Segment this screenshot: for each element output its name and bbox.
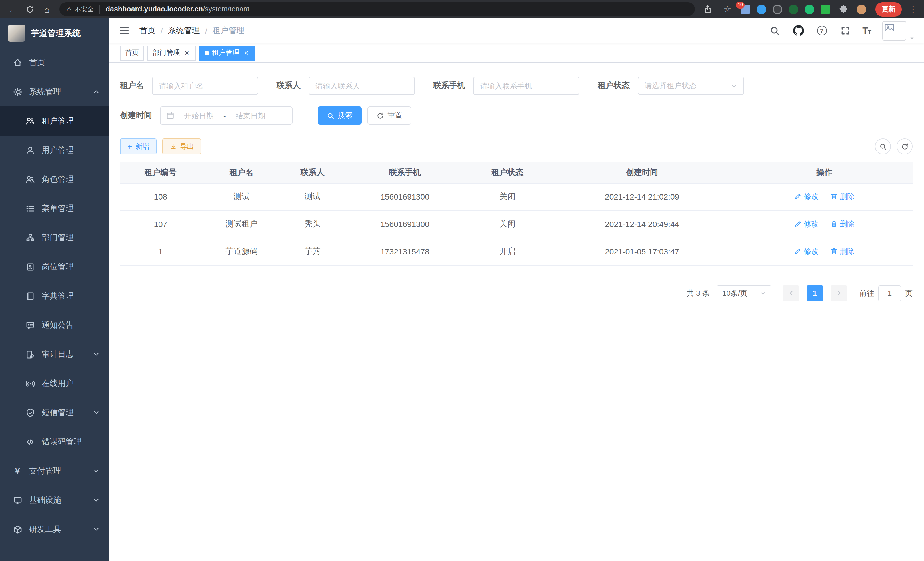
page-size-value: 10条/页 bbox=[722, 288, 747, 298]
share-icon[interactable] bbox=[700, 2, 714, 16]
date-separator: - bbox=[224, 111, 226, 120]
contact-input[interactable] bbox=[309, 77, 415, 95]
tab-home[interactable]: 首页 bbox=[120, 45, 144, 60]
refresh-table-button[interactable] bbox=[897, 138, 913, 154]
cell-phone: 15601691300 bbox=[343, 211, 467, 238]
sidebar-item-error-code[interactable]: 错误码管理 bbox=[0, 427, 109, 456]
extension-icon-2[interactable] bbox=[757, 4, 766, 14]
bookmark-star-icon[interactable]: ☆ bbox=[721, 2, 734, 16]
update-button[interactable]: 更新 bbox=[875, 2, 902, 16]
app-logo[interactable]: 芋道管理系统 bbox=[0, 18, 109, 48]
book-icon bbox=[25, 291, 35, 301]
page-size-select[interactable]: 10条/页 bbox=[717, 285, 771, 301]
prev-page-button[interactable] bbox=[783, 285, 799, 301]
font-size-small-glyph: T bbox=[868, 29, 872, 35]
breadcrumb-item[interactable]: 系统管理 bbox=[168, 26, 200, 36]
users-icon bbox=[25, 116, 35, 126]
next-page-button[interactable] bbox=[831, 285, 847, 301]
tenant-name-input[interactable] bbox=[152, 77, 258, 95]
date-range-picker[interactable]: - bbox=[160, 106, 292, 125]
sidebar-item-dept[interactable]: 部门管理 bbox=[0, 223, 109, 252]
delete-link[interactable]: 删除 bbox=[830, 219, 855, 229]
sidebar-item-devtools[interactable]: 研发工具 bbox=[0, 515, 109, 544]
search-icon[interactable] bbox=[769, 24, 781, 37]
close-icon[interactable]: × bbox=[183, 49, 191, 57]
back-icon[interactable]: ← bbox=[6, 2, 20, 16]
phone-input[interactable] bbox=[473, 77, 579, 95]
home-icon[interactable]: ⌂ bbox=[40, 2, 54, 16]
sidebar-item-system[interactable]: 系统管理 bbox=[0, 77, 109, 106]
sidebar-item-infra[interactable]: 基础设施 bbox=[0, 486, 109, 515]
sidebar-item-tenant[interactable]: 租户管理 bbox=[0, 106, 109, 135]
extension-icon-5[interactable] bbox=[805, 4, 814, 14]
table-row: 108 测试 测试 15601691300 关闭 2021-12-14 21:0… bbox=[120, 183, 913, 211]
extension-icon-1[interactable]: 10 bbox=[741, 4, 750, 14]
search-icon bbox=[879, 143, 886, 150]
status-select[interactable]: 请选择租户状态 bbox=[638, 77, 744, 95]
sidebar-item-audit-log[interactable]: 审计日志 bbox=[0, 340, 109, 369]
add-button[interactable]: + 新增 bbox=[120, 138, 157, 154]
github-icon[interactable] bbox=[792, 24, 805, 37]
close-icon[interactable]: × bbox=[242, 49, 250, 57]
extension-icon-4[interactable] bbox=[789, 4, 798, 14]
extension-icon-6[interactable] bbox=[820, 4, 830, 14]
sidebar-item-label: 短信管理 bbox=[42, 408, 74, 418]
sidebar-item-label: 租户管理 bbox=[42, 116, 74, 126]
toggle-search-button[interactable] bbox=[875, 138, 891, 154]
security-warning[interactable]: ⚠ 不安全 bbox=[66, 5, 100, 14]
refresh-icon[interactable] bbox=[23, 2, 37, 16]
column-header: 租户名 bbox=[201, 162, 282, 183]
caret-down-icon bbox=[909, 35, 915, 40]
tab-tenant[interactable]: 租户管理 × bbox=[200, 45, 255, 60]
delete-link[interactable]: 删除 bbox=[830, 192, 855, 202]
font-size-icon[interactable]: TT bbox=[862, 26, 872, 35]
breadcrumb-item[interactable]: 首页 bbox=[140, 26, 155, 36]
fullscreen-icon[interactable] bbox=[839, 24, 851, 37]
sidebar-item-role[interactable]: 角色管理 bbox=[0, 165, 109, 194]
date-end-input[interactable] bbox=[230, 111, 271, 120]
list-icon bbox=[25, 204, 35, 213]
sidebar-item-user[interactable]: 用户管理 bbox=[0, 135, 109, 165]
tab-dept[interactable]: 部门管理 × bbox=[147, 45, 196, 60]
edit-link[interactable]: 修改 bbox=[794, 219, 819, 229]
page-unit-label: 页 bbox=[905, 288, 913, 298]
url-bar[interactable]: ⚠ 不安全 dashboard.yudao.iocoder.cn/system/… bbox=[59, 2, 695, 16]
sidebar-item-notice[interactable]: 通知公告 bbox=[0, 311, 109, 340]
goto-page-input[interactable] bbox=[878, 285, 901, 301]
sidebar-item-label: 支付管理 bbox=[29, 466, 61, 476]
extension-icon-3[interactable] bbox=[772, 4, 782, 14]
reset-button[interactable]: 重置 bbox=[368, 106, 411, 125]
sidebar-item-dict[interactable]: 字典管理 bbox=[0, 281, 109, 311]
sidebar-item-payment[interactable]: ¥ 支付管理 bbox=[0, 456, 109, 486]
hamburger-icon[interactable] bbox=[118, 24, 130, 37]
chevron-down-icon bbox=[93, 526, 99, 532]
browser-menu-icon[interactable]: ⋮ bbox=[908, 5, 918, 14]
breadcrumb-item-current: 租户管理 bbox=[213, 26, 244, 36]
sidebar-item-online-users[interactable]: 在线用户 bbox=[0, 369, 109, 398]
edit-link[interactable]: 修改 bbox=[794, 247, 819, 257]
date-start-input[interactable] bbox=[178, 111, 219, 120]
cell-contact: 秃头 bbox=[282, 211, 343, 238]
extensions-puzzle-icon[interactable] bbox=[837, 2, 850, 16]
cell-operations: 修改 删除 bbox=[736, 211, 913, 238]
user-avatar-menu[interactable] bbox=[882, 21, 915, 40]
help-icon[interactable]: ? bbox=[815, 24, 828, 37]
sidebar-item-post[interactable]: 岗位管理 bbox=[0, 252, 109, 281]
navbar-actions: ? TT bbox=[769, 21, 915, 40]
export-button[interactable]: 导出 bbox=[162, 138, 201, 154]
sidebar-item-menu[interactable]: 菜单管理 bbox=[0, 194, 109, 223]
search-button[interactable]: 搜索 bbox=[318, 106, 362, 125]
cell-status: 关闭 bbox=[467, 211, 548, 238]
sidebar-item-home[interactable]: 首页 bbox=[0, 48, 109, 77]
sidebar-item-sms[interactable]: 短信管理 bbox=[0, 398, 109, 427]
field-label: 租户名 bbox=[120, 81, 144, 91]
chevron-down-icon bbox=[93, 351, 99, 357]
filter-tenant-name: 租户名 bbox=[120, 77, 258, 95]
pagination-goto: 前往 页 bbox=[860, 285, 913, 301]
browser-chrome: ← ⌂ ⚠ 不安全 dashboard.yudao.iocoder.cn/sys… bbox=[0, 0, 924, 18]
sidebar-item-label: 岗位管理 bbox=[42, 262, 74, 272]
profile-avatar[interactable] bbox=[856, 4, 866, 14]
edit-link[interactable]: 修改 bbox=[794, 192, 819, 202]
page-number-current[interactable]: 1 bbox=[807, 285, 823, 301]
delete-link[interactable]: 删除 bbox=[830, 247, 855, 257]
